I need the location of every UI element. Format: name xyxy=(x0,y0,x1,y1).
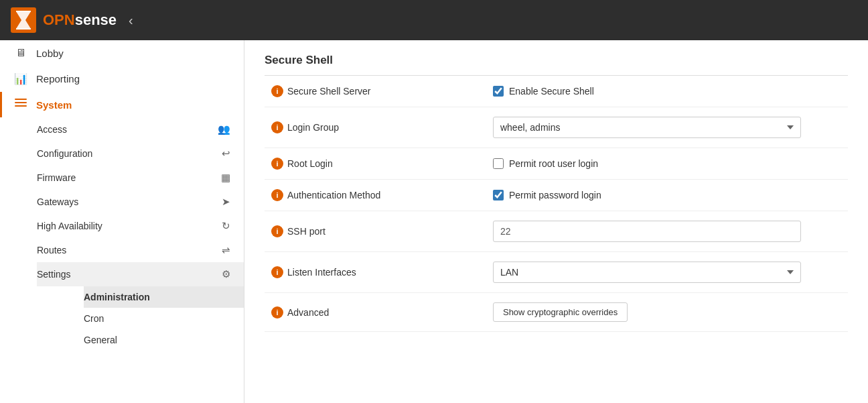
general-label: General xyxy=(84,335,117,345)
table-row-login-group: i Login Group wheel, admins wheel admins xyxy=(265,107,848,148)
section-title: Secure Shell xyxy=(265,54,848,76)
sidebar-item-lobby[interactable]: 🖥 Lobby xyxy=(0,40,244,66)
advanced-label: Advanced xyxy=(287,307,329,318)
reporting-icon: 📊 xyxy=(13,72,28,85)
table-row-root-login: i Root Login Permit root user login xyxy=(265,148,848,180)
topnav: OPNsense ‹ xyxy=(0,0,868,40)
layout: 🖥 Lobby 📊 Reporting System Access 👥 xyxy=(0,40,868,403)
system-submenu: Access 👥 Configuration ↩ Firmware ▦ Gate… xyxy=(0,117,244,351)
firmware-icon: ▦ xyxy=(221,172,230,184)
logo-text: OPNsense xyxy=(43,11,117,29)
table-row-auth-method: i Authentication Method Permit password … xyxy=(265,180,848,211)
root-login-label: Root Login xyxy=(287,158,333,169)
system-icon xyxy=(13,99,28,111)
show-cryptographic-overrides-button[interactable]: Show cryptographic overrides xyxy=(493,302,628,322)
logo-opn: OPN xyxy=(43,11,75,28)
info-icon-login-group: i xyxy=(271,121,283,133)
sidebar-item-reporting[interactable]: 📊 Reporting xyxy=(0,66,244,92)
listen-interfaces-label: Listen Interfaces xyxy=(287,267,356,278)
enable-ssh-checkbox-row: Enable Secure Shell xyxy=(493,86,841,97)
gateways-label: Gateways xyxy=(37,196,78,207)
settings-label: Settings xyxy=(37,269,71,280)
sidebar-sub-routes[interactable]: Routes ⇌ xyxy=(37,238,244,262)
sidebar-sub-gateways[interactable]: Gateways ➤ xyxy=(37,190,244,214)
field-label-ssh-server: i Secure Shell Server xyxy=(271,85,480,97)
permit-root-checkbox[interactable] xyxy=(493,158,504,169)
sidebar-leaf-general[interactable]: General xyxy=(84,329,244,351)
form-table: i Secure Shell Server Enable Secure Shel… xyxy=(265,76,848,332)
permit-password-checkbox[interactable] xyxy=(493,190,504,200)
routes-label: Routes xyxy=(37,245,66,255)
nav-toggle-button[interactable]: ‹ xyxy=(129,13,133,27)
ssh-server-label: Secure Shell Server xyxy=(287,86,371,97)
field-label-listen-interfaces: i Listen Interfaces xyxy=(271,266,480,278)
sidebar-leaf-cron[interactable]: Cron xyxy=(84,308,244,329)
logo-area: OPNsense xyxy=(11,7,117,33)
svg-rect-6 xyxy=(15,105,27,107)
access-icon: 👥 xyxy=(218,123,230,135)
sidebar-sub-firmware[interactable]: Firmware ▦ xyxy=(37,166,244,190)
enable-ssh-checkbox[interactable] xyxy=(493,86,504,97)
cron-label: Cron xyxy=(84,313,104,324)
settings-icon: ⚙ xyxy=(222,268,230,280)
sidebar-leaf-administration[interactable]: Administration xyxy=(84,286,244,308)
gateways-icon: ➤ xyxy=(222,196,230,208)
sidebar: 🖥 Lobby 📊 Reporting System Access 👥 xyxy=(0,40,244,403)
lobby-icon: 🖥 xyxy=(13,47,28,59)
configuration-icon: ↩ xyxy=(222,148,230,160)
permit-password-label: Permit password login xyxy=(509,190,601,200)
opnsense-logo-svg xyxy=(11,7,36,33)
permit-root-checkbox-row: Permit root user login xyxy=(493,158,841,169)
sidebar-sub-settings[interactable]: Settings ⚙ xyxy=(37,262,244,286)
table-row-listen-interfaces: i Listen Interfaces LAN WAN All xyxy=(265,252,848,293)
table-row-secure-shell-server: i Secure Shell Server Enable Secure Shel… xyxy=(265,76,848,107)
info-icon-auth-method: i xyxy=(271,189,283,201)
high-availability-icon: ↻ xyxy=(222,220,230,232)
svg-rect-4 xyxy=(15,99,27,100)
permit-root-label: Permit root user login xyxy=(509,158,598,169)
info-icon-root-login: i xyxy=(271,158,283,170)
auth-method-label: Authentication Method xyxy=(287,190,380,200)
field-label-ssh-port: i SSH port xyxy=(271,225,480,237)
field-label-advanced: i Advanced xyxy=(271,306,480,319)
svg-rect-5 xyxy=(15,102,27,103)
high-availability-label: High Availability xyxy=(37,221,102,231)
firmware-label: Firmware xyxy=(37,172,76,183)
system-list-icon xyxy=(15,99,27,108)
main-content: Secure Shell i Secure Shell Server xyxy=(244,40,868,403)
settings-submenu: Administration Cron General xyxy=(37,286,244,351)
login-group-label: Login Group xyxy=(287,122,339,133)
info-icon-ssh-server: i xyxy=(271,85,283,97)
field-label-login-group: i Login Group xyxy=(271,121,480,133)
field-label-root-login: i Root Login xyxy=(271,158,480,170)
sidebar-item-system[interactable]: System xyxy=(0,92,244,117)
logo-sense: sense xyxy=(75,11,117,28)
info-icon-advanced: i xyxy=(271,306,283,319)
table-row-advanced: i Advanced Show cryptographic overrides xyxy=(265,293,848,332)
configuration-label: Configuration xyxy=(37,148,92,159)
listen-interfaces-select[interactable]: LAN WAN All xyxy=(493,262,801,283)
permit-password-checkbox-row: Permit password login xyxy=(493,190,841,200)
enable-ssh-label: Enable Secure Shell xyxy=(509,86,594,97)
sidebar-item-system-label: System xyxy=(36,99,72,111)
content-section: Secure Shell i Secure Shell Server xyxy=(244,40,868,345)
info-icon-ssh-port: i xyxy=(271,225,283,237)
field-label-auth-method: i Authentication Method xyxy=(271,189,480,201)
administration-label: Administration xyxy=(84,292,150,302)
ssh-port-input[interactable] xyxy=(493,221,801,242)
ssh-port-label: SSH port xyxy=(287,226,326,237)
sidebar-item-reporting-label: Reporting xyxy=(36,73,80,84)
sidebar-sub-configuration[interactable]: Configuration ↩ xyxy=(37,141,244,166)
table-row-ssh-port: i SSH port xyxy=(265,211,848,252)
access-label: Access xyxy=(37,124,67,135)
sidebar-sub-high-availability[interactable]: High Availability ↻ xyxy=(37,214,244,238)
routes-icon: ⇌ xyxy=(222,244,230,256)
logo-icon xyxy=(11,7,36,33)
sidebar-item-lobby-label: Lobby xyxy=(36,48,64,59)
info-icon-listen-interfaces: i xyxy=(271,266,283,278)
sidebar-sub-access[interactable]: Access 👥 xyxy=(37,117,244,141)
login-group-select[interactable]: wheel, admins wheel admins xyxy=(493,117,801,138)
